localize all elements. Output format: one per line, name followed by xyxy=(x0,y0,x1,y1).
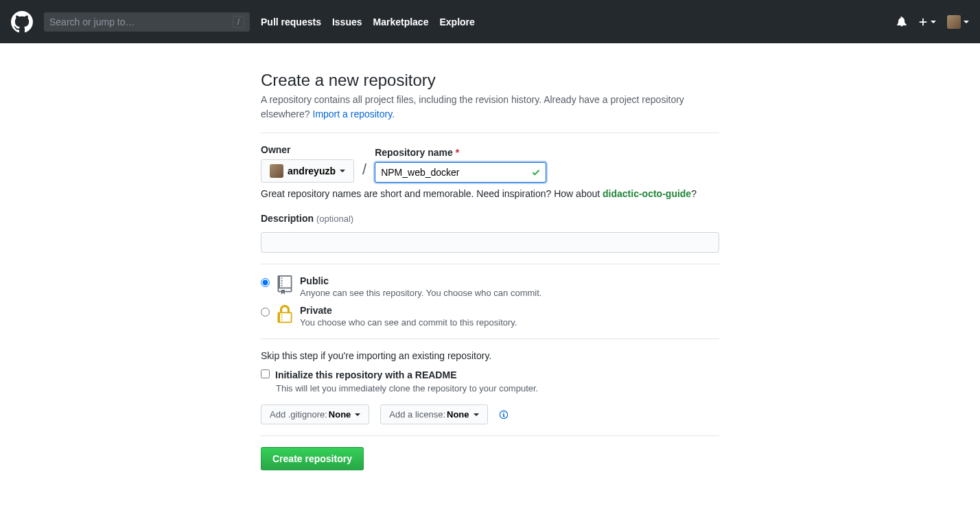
user-menu-dropdown[interactable] xyxy=(947,15,969,29)
hint-prefix: Great repository names are short and mem… xyxy=(261,188,603,199)
public-desc: Anyone can see this repository. You choo… xyxy=(300,288,541,298)
owner-avatar xyxy=(270,164,283,178)
public-text: Public Anyone can see this repository. Y… xyxy=(300,275,541,298)
gitignore-select[interactable]: Add .gitignore: None xyxy=(261,404,369,424)
page-title: Create a new repository xyxy=(261,71,719,90)
divider xyxy=(261,435,719,436)
search-slash-hint: / xyxy=(233,16,244,28)
caret-down-icon xyxy=(964,21,969,23)
private-desc: You choose who can see and commit to thi… xyxy=(300,317,517,328)
public-title: Public xyxy=(300,275,541,286)
description-label: Description (optional) xyxy=(261,213,719,224)
plus-icon xyxy=(918,17,928,27)
gitignore-label: Add .gitignore: xyxy=(270,409,327,420)
repo-input-wrap xyxy=(375,162,546,183)
notifications-icon[interactable] xyxy=(896,16,907,27)
create-new-dropdown[interactable] xyxy=(918,17,936,27)
import-repository-link[interactable]: Import a repository. xyxy=(313,108,395,119)
readme-row: Initialize this repository with a README xyxy=(261,369,719,380)
divider xyxy=(261,264,719,264)
owner-name: andreyuzb xyxy=(288,165,336,176)
github-logo-icon[interactable] xyxy=(11,11,33,33)
suggestion-link[interactable]: didactic-octo-guide xyxy=(603,188,691,199)
nav-links: Pull requests Issues Marketplace Explore xyxy=(261,16,475,27)
repo-name-label: Repository name * xyxy=(375,147,546,158)
visibility-private-row: Private You choose who can see and commi… xyxy=(261,305,719,328)
top-header: / Pull requests Issues Marketplace Explo… xyxy=(0,0,980,43)
caret-down-icon xyxy=(474,413,479,416)
repo-icon xyxy=(277,275,293,295)
caret-down-icon xyxy=(340,170,345,172)
header-right xyxy=(896,15,969,29)
readme-checkbox[interactable] xyxy=(261,369,270,378)
lock-icon xyxy=(277,305,293,324)
required-asterisk: * xyxy=(456,147,459,158)
nav-marketplace[interactable]: Marketplace xyxy=(373,16,429,27)
optional-text: (optional) xyxy=(316,214,353,224)
info-icon[interactable] xyxy=(499,410,509,420)
check-icon xyxy=(531,168,541,177)
readme-title: Initialize this repository with a README xyxy=(275,369,456,380)
nav-issues[interactable]: Issues xyxy=(332,16,362,27)
main-content: Create a new repository A repository con… xyxy=(250,71,730,470)
license-label: Add a license: xyxy=(389,409,445,420)
caret-down-icon xyxy=(355,413,360,416)
description-input[interactable] xyxy=(261,232,719,253)
private-radio[interactable] xyxy=(261,308,270,317)
private-text: Private You choose who can see and commi… xyxy=(300,305,517,328)
owner-select-button[interactable]: andreyuzb xyxy=(261,159,354,183)
search-input[interactable] xyxy=(49,16,233,27)
create-repository-button[interactable]: Create repository xyxy=(261,447,364,470)
search-box[interactable]: / xyxy=(44,12,250,32)
template-selects-row: Add .gitignore: None Add a license: None xyxy=(261,404,719,424)
user-avatar xyxy=(947,15,961,29)
name-hint: Great repository names are short and mem… xyxy=(261,188,719,199)
owner-group: Owner andreyuzb xyxy=(261,144,354,183)
owner-label: Owner xyxy=(261,144,354,155)
slash-separator: / xyxy=(360,161,369,183)
public-radio[interactable] xyxy=(261,278,270,287)
license-select[interactable]: Add a license: None xyxy=(380,404,487,424)
nav-pull-requests[interactable]: Pull requests xyxy=(261,16,321,27)
repo-label-text: Repository name xyxy=(375,147,453,158)
repository-name-input[interactable] xyxy=(375,162,546,183)
divider xyxy=(261,339,719,339)
caret-down-icon xyxy=(931,21,936,23)
license-value: None xyxy=(447,409,469,420)
owner-repo-row: Owner andreyuzb / Repository name * xyxy=(261,144,719,183)
visibility-public-row: Public Anyone can see this repository. Y… xyxy=(261,275,719,298)
private-title: Private xyxy=(300,305,517,316)
skip-note: Skip this step if you're importing an ex… xyxy=(261,350,719,361)
repo-name-group: Repository name * xyxy=(375,147,546,183)
divider xyxy=(261,133,719,133)
desc-label-text: Description xyxy=(261,213,314,224)
gitignore-value: None xyxy=(329,409,351,420)
nav-explore[interactable]: Explore xyxy=(439,16,474,27)
hint-suffix: ? xyxy=(691,188,697,199)
page-subhead: A repository contains all project files,… xyxy=(261,93,719,122)
readme-desc: This will let you immediately clone the … xyxy=(276,383,719,393)
